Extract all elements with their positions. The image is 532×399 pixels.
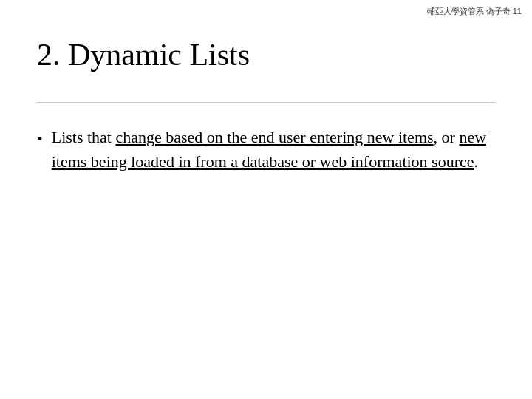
- content-area: • Lists that change based on the end use…: [37, 125, 502, 174]
- divider: [37, 102, 495, 103]
- bullet-dot: •: [37, 126, 43, 151]
- top-right-label: 輔亞大學資管系 偽子奇 11: [427, 6, 522, 17]
- bullet-item: • Lists that change based on the end use…: [37, 125, 502, 174]
- slide-title: 2. Dynamic Lists: [37, 37, 502, 72]
- slide-container: 輔亞大學資管系 偽子奇 11 2. Dynamic Lists • Lists …: [0, 0, 532, 399]
- underline-phrase-1: change based on the end user entering ne…: [115, 128, 433, 146]
- bullet-text: Lists that change based on the end user …: [52, 125, 502, 174]
